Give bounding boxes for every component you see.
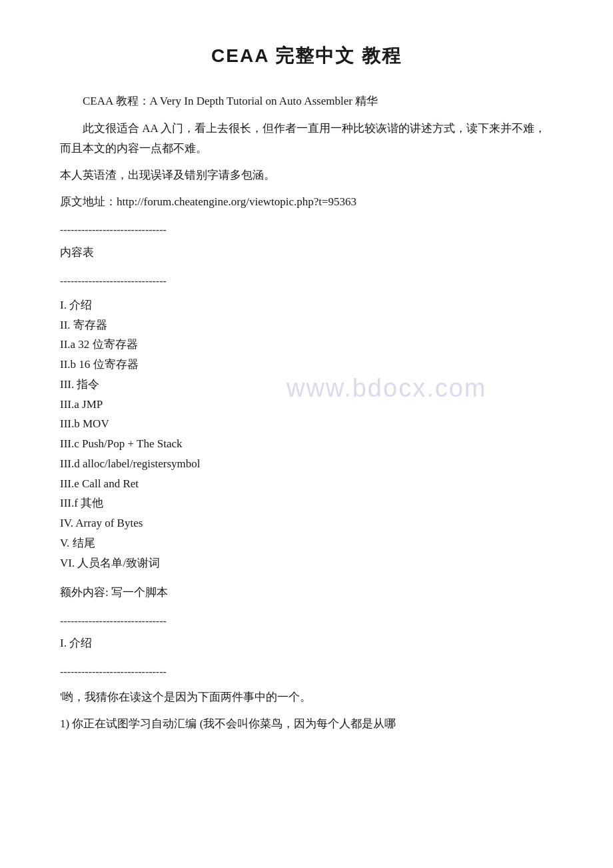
toc-item-3: II.a 32 位寄存器 — [60, 335, 553, 355]
subtitle: CEAA 教程：A Very In Depth Tutorial on Auto… — [60, 92, 553, 111]
toc-item-13: V. 结尾 — [60, 533, 553, 553]
toc-item-9: III.d alloc/label/registersymbol — [60, 454, 553, 474]
toc-item-12: IV. Array of Bytes — [60, 513, 553, 533]
separator-3: ------------------------------ — [60, 612, 553, 630]
separator-4: ------------------------------ — [60, 663, 553, 681]
toc-label: 内容表 — [60, 243, 553, 263]
toc-item-8: III.c Push/Pop + The Stack — [60, 434, 553, 454]
intro-line2: 本人英语渣，出现误译及错别字请多包涵。 — [60, 165, 553, 185]
toc-item-1: I. 介绍 — [60, 295, 553, 315]
section1-body1: '哟，我猜你在读这个是因为下面两件事中的一个。 — [60, 687, 553, 707]
toc-item-5: III. 指令 — [60, 375, 553, 395]
intro-line1: 此文很适合 AA 入门，看上去很长，但作者一直用一种比较诙谐的讲述方式，读下来并… — [60, 119, 553, 159]
extra-content-label: 额外内容: 写一个脚本 — [60, 583, 553, 603]
separator-1: ------------------------------ — [60, 221, 553, 239]
page-title: CEAA 完整中文 教程 — [60, 40, 553, 72]
section1-body2: 1) 你正在试图学习自动汇编 (我不会叫你菜鸟，因为每个人都是从哪 — [60, 714, 553, 734]
toc-item-11: III.f 其他 — [60, 493, 553, 513]
toc-item-2: II. 寄存器 — [60, 315, 553, 335]
toc-item-10: III.e Call and Ret — [60, 474, 553, 494]
toc-list: I. 介绍 II. 寄存器 II.a 32 位寄存器 II.b 16 位寄存器 … — [60, 295, 553, 573]
toc-item-7: III.b MOV — [60, 414, 553, 434]
separator-2: ------------------------------ — [60, 272, 553, 290]
section1-heading: I. 介绍 — [60, 634, 553, 653]
toc-item-14: VI. 人员名单/致谢词 — [60, 553, 553, 573]
toc-item-4: II.b 16 位寄存器 — [60, 355, 553, 375]
intro-line3: 原文地址：http://forum.cheatengine.org/viewto… — [60, 192, 553, 212]
toc-item-6: III.a JMP — [60, 395, 553, 415]
